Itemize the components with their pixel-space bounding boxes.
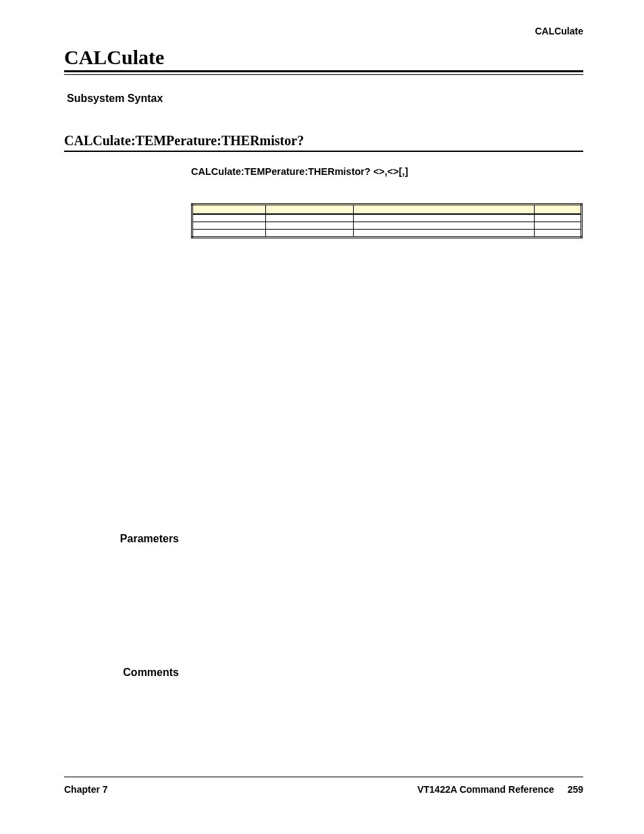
subsystem-syntax-label: Subsystem Syntax <box>67 93 583 105</box>
comments-label: Comments <box>64 667 179 679</box>
cell <box>353 221 535 229</box>
command-syntax-line: CALCulate:TEMPerature:THERmistor? <>,<>[… <box>191 164 583 179</box>
footer-right: VT1422A Command Reference 259 <box>417 784 583 795</box>
title-rule <box>64 70 583 75</box>
cell <box>535 229 582 237</box>
footer-page-number: 259 <box>568 784 583 795</box>
page-footer: Chapter 7 VT1422A Command Reference 259 <box>64 777 583 795</box>
cell <box>353 229 535 237</box>
cell <box>192 214 266 222</box>
cell <box>266 229 353 237</box>
footer-rule <box>64 777 583 777</box>
footer-doc-title: VT1422A Command Reference <box>417 784 554 795</box>
table-row <box>192 214 582 222</box>
cmd-bold-1: CALCulate:TEMPerature:THERmistor? < <box>191 166 379 177</box>
cell <box>535 221 582 229</box>
table-header-row <box>192 204 582 214</box>
th-range <box>353 204 535 214</box>
cell <box>266 214 353 222</box>
cmd-bold-2: >,< <box>379 166 393 177</box>
header-topic: CALCulate <box>64 26 583 36</box>
cmd-bold-3: >[, <box>393 166 404 177</box>
th-type <box>266 204 353 214</box>
page-title: CALCulate <box>64 46 583 69</box>
section-heading: CALCulate:TEMPerature:THERmistor? <box>64 133 583 149</box>
table-row <box>192 221 582 229</box>
cell <box>353 214 535 222</box>
footer-chapter: Chapter 7 <box>64 784 108 795</box>
th-default <box>535 204 582 214</box>
parameters-label: Parameters <box>64 533 179 545</box>
cmd-bold-4: ] <box>405 166 408 177</box>
table-row <box>192 229 582 237</box>
section-rule <box>64 151 583 152</box>
cell <box>535 214 582 222</box>
cell <box>192 221 266 229</box>
cell <box>266 221 353 229</box>
parameters-table <box>191 203 583 238</box>
cell <box>192 229 266 237</box>
th-name <box>192 204 266 214</box>
